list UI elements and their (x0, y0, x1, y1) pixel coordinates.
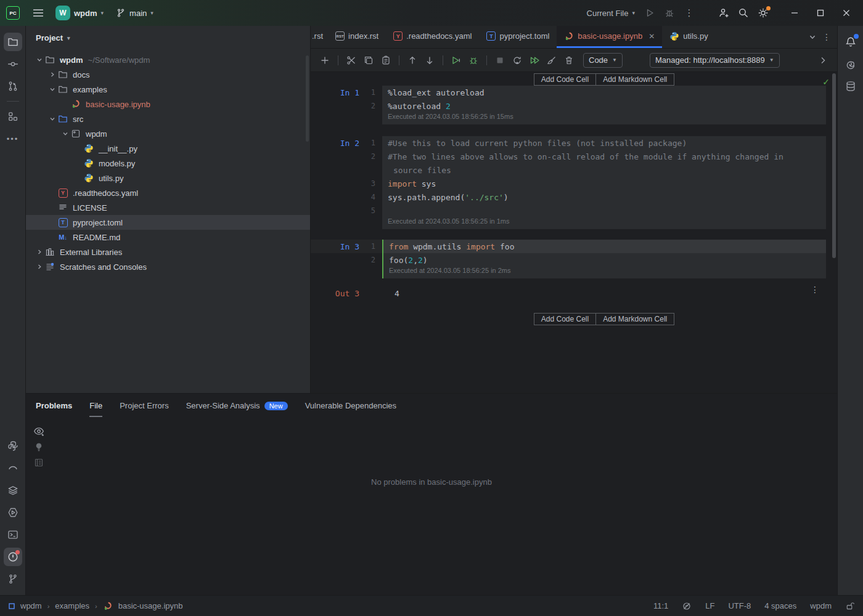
tab--rst[interactable]: .rst (311, 26, 328, 48)
database-button[interactable] (841, 77, 860, 95)
chevron-right-icon[interactable] (35, 264, 44, 270)
notebook-cell-1[interactable]: In 112%load_ext autoreload%autoreload 2E… (311, 86, 837, 124)
code-line[interactable]: import sys (382, 177, 826, 190)
code-line[interactable]: %load_ext autoreload (382, 86, 826, 99)
code-line[interactable]: from wpdm.utils import foo (383, 240, 826, 253)
inspections-off-icon[interactable] (682, 601, 692, 611)
project-panel-header[interactable]: Project ▾ (26, 26, 310, 46)
cut-cell-button[interactable] (343, 52, 359, 68)
add-code-cell-button[interactable]: Add Code Cell (534, 73, 596, 86)
code-line[interactable]: sys.path.append('../src') (382, 190, 826, 204)
code-line[interactable]: source files (382, 163, 826, 177)
close-button[interactable] (836, 4, 857, 22)
move-cell-up-button[interactable] (404, 52, 420, 68)
indent-selector[interactable]: 4 spaces (764, 601, 796, 610)
tab-list-chevron-icon[interactable] (809, 33, 816, 41)
restart-kernel-button[interactable] (509, 52, 525, 68)
code-with-me-button[interactable] (715, 4, 732, 22)
close-tab-icon[interactable]: ✕ (648, 32, 655, 41)
debug-cell-button[interactable] (465, 52, 481, 68)
tree-item-pyproject-toml[interactable]: Tpyproject.toml (26, 215, 310, 230)
chevron-down-icon[interactable] (47, 86, 57, 92)
jupyter-server-dropdown[interactable]: Managed: http://localhost:8889 ▼ (650, 53, 780, 68)
caret-position[interactable]: 11:1 (653, 601, 668, 610)
chevron-down-icon[interactable] (35, 57, 44, 63)
delete-cell-button[interactable] (561, 52, 577, 68)
ai-assistant-button[interactable] (841, 55, 860, 73)
problems-tab-file[interactable]: File (89, 401, 102, 417)
tree-item-docs[interactable]: docs (26, 67, 310, 82)
tree-item-basic-usage-ipynb[interactable]: basic-usage.ipynb (26, 97, 310, 111)
vcs-branch-widget[interactable]: main ▾ (112, 6, 157, 20)
clear-outputs-button[interactable] (544, 52, 560, 68)
services-tool-button[interactable] (4, 481, 22, 500)
run-button[interactable] (641, 4, 658, 22)
stop-kernel-button[interactable] (492, 52, 508, 68)
run-cell-button[interactable] (448, 52, 464, 68)
tab-basic-usage-ipynb[interactable]: basic-usage.ipynb✕ (557, 26, 662, 48)
paste-cell-button[interactable] (378, 52, 394, 68)
chevron-right-icon[interactable] (47, 71, 57, 78)
problems-tab-project-errors[interactable]: Project Errors (120, 401, 168, 417)
tab-pyproject-toml[interactable]: Tpyproject.toml (479, 26, 557, 48)
tree-item-license[interactable]: LICENSE (26, 200, 310, 215)
notebook-cell-2[interactable]: In 212345#Use this to load current pytho… (311, 136, 837, 229)
problems-tool-button[interactable] (4, 548, 22, 566)
notebook-editor[interactable]: ✓ Add Code Cell Add Markdown Cell In 112… (311, 72, 837, 393)
notifications-button[interactable] (841, 33, 860, 51)
cell-type-dropdown[interactable]: Code ▼ (583, 53, 623, 68)
tab-options-kebab-icon[interactable]: ⋮ (822, 32, 831, 42)
interpreter-selector[interactable]: wpdm (810, 601, 832, 610)
tree-item-readme-md[interactable]: M↓README.md (26, 230, 310, 245)
problems-tab-vulnerable-dependencies[interactable]: Vulnerable Dependencies (305, 401, 396, 417)
code-line[interactable]: #Use this to load current python files (… (382, 136, 826, 150)
preview-source-icon[interactable] (34, 458, 44, 468)
move-cell-down-button[interactable] (422, 52, 438, 68)
more-tool-windows-button[interactable]: ••• (4, 129, 22, 148)
view-options-icon[interactable] (33, 426, 44, 437)
add-code-cell-button[interactable]: Add Code Cell (534, 313, 596, 325)
breadcrumb-item[interactable]: wpdm (20, 601, 42, 610)
problems-tab-server-side-analysis[interactable]: Server-Side AnalysisNew (186, 401, 288, 417)
add-markdown-cell-button[interactable]: Add Markdown Cell (596, 73, 674, 86)
pull-requests-tool-button[interactable] (4, 77, 22, 95)
notebook-scrollbar[interactable] (832, 73, 836, 258)
tab-index-rst[interactable]: RSTindex.rst (328, 26, 386, 48)
add-markdown-cell-button[interactable]: Add Markdown Cell (596, 313, 674, 325)
encoding-selector[interactable]: UTF-8 (728, 601, 751, 610)
terminal-tool-button[interactable] (4, 525, 22, 544)
tab-utils-py[interactable]: utils.py (662, 26, 715, 48)
tree-item-external-libraries[interactable]: External Libraries (26, 245, 310, 259)
search-everywhere-button[interactable] (735, 4, 752, 22)
debug-button[interactable] (661, 4, 678, 22)
tree-item--init-py[interactable]: __init__.py (26, 141, 310, 156)
tree-item-src[interactable]: src (26, 111, 310, 126)
notebook-cell-3[interactable]: In 312from wpdm.utils import foofoo(2,2)… (311, 240, 837, 278)
tab--readthedocs-yaml[interactable]: Y.readthedocs.yaml (386, 26, 479, 48)
code-line[interactable]: #The two lines above allows to on-call r… (382, 150, 826, 163)
line-ending-selector[interactable]: LF (705, 601, 714, 610)
settings-button[interactable] (755, 4, 772, 22)
quick-fix-bulb-icon[interactable] (34, 442, 44, 452)
chevron-down-icon[interactable] (47, 116, 57, 122)
more-actions-button[interactable]: ⋮ (681, 4, 698, 22)
python-console-tool-button[interactable] (4, 437, 22, 455)
add-cell-button[interactable] (317, 52, 333, 68)
project-tool-button[interactable] (4, 33, 22, 51)
project-widget[interactable]: W wpdm ▾ (52, 4, 107, 22)
run-tool-button[interactable] (4, 503, 22, 522)
main-menu-button[interactable] (30, 4, 47, 22)
git-tool-button[interactable] (4, 570, 22, 588)
tree-item-models-py[interactable]: models.py (26, 156, 310, 171)
toolbar-overflow-button[interactable] (815, 52, 831, 68)
maximize-button[interactable] (810, 4, 831, 22)
chevron-down-icon[interactable] (60, 131, 70, 137)
tree-item-utils-py[interactable]: utils.py (26, 171, 310, 185)
commit-tool-button[interactable] (4, 55, 22, 73)
jupyter-tool-button[interactable] (4, 459, 22, 477)
structure-tool-button[interactable] (4, 107, 22, 126)
project-scrollbar[interactable] (306, 55, 309, 142)
copy-cell-button[interactable] (361, 52, 377, 68)
tree-item-wpdm[interactable]: wpdm~/Software/wpdm (26, 52, 310, 67)
code-line[interactable]: foo(2,2) (383, 253, 826, 267)
